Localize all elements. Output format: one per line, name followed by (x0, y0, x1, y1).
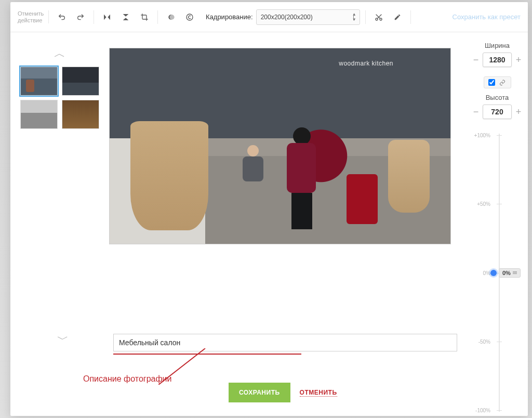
footer-buttons: СОХРАНИТЬ ОТМЕНИТЬ (229, 383, 337, 402)
flip-horizontal-icon[interactable] (99, 9, 115, 25)
redo-icon[interactable] (73, 9, 88, 25)
width-input[interactable] (483, 53, 512, 67)
caption-scroll-down-icon[interactable]: ﹀ (57, 332, 69, 347)
aspect-lock-checkbox[interactable] (488, 79, 495, 86)
select-arrows-icon: ▲▼ (352, 12, 356, 22)
thumbnails-scroll-up-icon[interactable]: ︿ (54, 48, 65, 59)
editor-body: ︿ Ширина − (10, 32, 528, 416)
slider-tick (497, 410, 502, 411)
svg-point-3 (376, 18, 378, 20)
photo-description-input[interactable] (113, 334, 457, 351)
height-label: Высота (486, 94, 509, 101)
height-input[interactable] (483, 104, 512, 119)
blur-icon[interactable] (163, 9, 179, 25)
toolbar-separator (365, 10, 366, 24)
thumbnail-grid (20, 67, 99, 129)
cancel-button[interactable]: ОТМЕНИТЬ (300, 389, 337, 397)
crop-label: Кадрирование: (206, 13, 253, 21)
preview-scene (110, 48, 450, 244)
thumbnail-1[interactable] (20, 67, 58, 96)
thumbnail-2[interactable] (62, 67, 99, 96)
thumbnail-4[interactable] (62, 100, 99, 129)
toolbar-separator (157, 10, 158, 24)
slider-handle-icon (490, 270, 497, 276)
annotation-text: Описание фотографии (83, 374, 172, 384)
height-increase-button[interactable]: + (514, 106, 523, 118)
height-group: Высота − + (471, 94, 523, 119)
aspect-lock-row[interactable] (484, 76, 511, 88)
slider-tick (497, 204, 502, 204)
width-label: Ширина (485, 42, 510, 49)
zoom-slider[interactable]: +100% +50% 0% -50% -100% 0% (479, 129, 515, 416)
slider-label-m100: -100% (475, 407, 490, 413)
width-decrease-button[interactable]: − (471, 54, 481, 66)
annotation-underline (113, 354, 301, 355)
slider-value: 0% (502, 270, 511, 276)
caption-row (113, 334, 457, 351)
copyright-icon[interactable] (182, 9, 197, 25)
slider-label-100p: +100% (474, 133, 490, 138)
link-icon (498, 80, 507, 86)
width-group: Ширина − + (471, 42, 523, 67)
edit-icon[interactable] (390, 9, 405, 25)
image-editor-window: Отменить действие Кадрирование: 200x200(… (10, 2, 528, 416)
crop-preset-value: 200x200(200x200) (261, 14, 313, 21)
save-button[interactable]: СОХРАНИТЬ (229, 383, 290, 402)
slider-tick (497, 342, 502, 342)
toolbar-separator (94, 10, 94, 24)
crop-icon[interactable] (137, 9, 152, 25)
undo-icon[interactable] (54, 9, 70, 25)
image-preview[interactable] (109, 48, 451, 244)
svg-point-1 (169, 15, 174, 19)
toolbar-separator (410, 10, 411, 24)
slider-value-badge: 0% (499, 268, 521, 278)
save-as-preset-link[interactable]: Сохранить как пресет (453, 13, 521, 21)
dimensions-panel: Ширина − + Высота − + (467, 32, 528, 416)
preview-column (109, 32, 467, 416)
grip-icon (513, 271, 517, 274)
slider-label-m50: -50% (478, 338, 490, 344)
thumbnail-3[interactable] (20, 100, 58, 129)
slider-label-0: 0% (483, 270, 490, 276)
crop-preset-select[interactable]: 200x200(200x200) ▲▼ (256, 9, 360, 25)
toolbar: Отменить действие Кадрирование: 200x200(… (10, 2, 528, 32)
undo-action-label[interactable]: Отменить действие (18, 10, 49, 23)
flip-vertical-icon[interactable] (118, 9, 134, 25)
svg-point-2 (187, 14, 193, 20)
svg-point-4 (380, 18, 382, 20)
slider-label-50p: +50% (477, 201, 490, 207)
thumbnail-column: ︿ (10, 32, 109, 416)
slider-tick (497, 135, 502, 136)
height-decrease-button[interactable]: − (471, 106, 481, 118)
width-increase-button[interactable]: + (514, 54, 523, 66)
cut-icon[interactable] (371, 9, 387, 25)
slider-thumb[interactable]: 0% (490, 268, 521, 278)
